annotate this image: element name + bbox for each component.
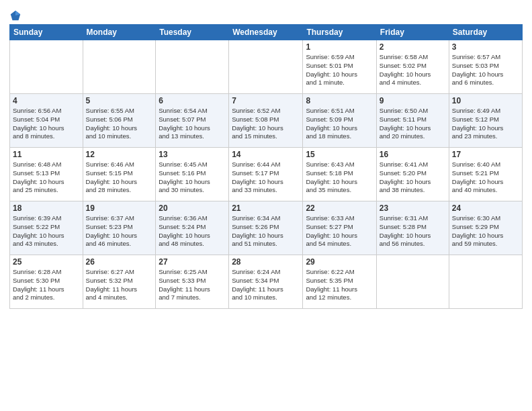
calendar-cell: 11Sunrise: 6:48 AM Sunset: 5:13 PM Dayli… bbox=[10, 148, 83, 201]
calendar-cell: 13Sunrise: 6:45 AM Sunset: 5:16 PM Dayli… bbox=[156, 148, 229, 201]
day-number: 26 bbox=[86, 257, 153, 267]
day-info: Sunrise: 6:30 AM Sunset: 5:29 PM Dayligh… bbox=[452, 214, 519, 248]
calendar-cell: 9Sunrise: 6:50 AM Sunset: 5:11 PM Daylig… bbox=[376, 94, 449, 148]
day-info: Sunrise: 6:50 AM Sunset: 5:11 PM Dayligh… bbox=[380, 107, 446, 141]
calendar-cell bbox=[449, 255, 522, 309]
weekday-header-row: SundayMondayTuesdayWednesdayThursdayFrid… bbox=[10, 25, 523, 40]
day-info: Sunrise: 6:31 AM Sunset: 5:28 PM Dayligh… bbox=[380, 214, 446, 248]
day-info: Sunrise: 6:57 AM Sunset: 5:03 PM Dayligh… bbox=[452, 53, 519, 87]
calendar-cell: 21Sunrise: 6:34 AM Sunset: 5:26 PM Dayli… bbox=[229, 201, 303, 255]
calendar-cell: 17Sunrise: 6:40 AM Sunset: 5:21 PM Dayli… bbox=[449, 148, 522, 201]
day-number: 3 bbox=[452, 42, 519, 52]
day-number: 14 bbox=[232, 150, 300, 159]
day-number: 4 bbox=[13, 96, 80, 105]
week-row-3: 11Sunrise: 6:48 AM Sunset: 5:13 PM Dayli… bbox=[10, 148, 523, 201]
calendar-cell: 23Sunrise: 6:31 AM Sunset: 5:28 PM Dayli… bbox=[376, 201, 449, 255]
calendar-cell: 6Sunrise: 6:54 AM Sunset: 5:07 PM Daylig… bbox=[156, 94, 229, 148]
calendar-cell bbox=[229, 40, 303, 94]
calendar-cell bbox=[10, 40, 83, 94]
day-number: 17 bbox=[452, 150, 519, 159]
calendar-cell: 26Sunrise: 6:27 AM Sunset: 5:32 PM Dayli… bbox=[83, 255, 156, 309]
day-number: 10 bbox=[452, 96, 519, 105]
day-info: Sunrise: 6:40 AM Sunset: 5:21 PM Dayligh… bbox=[452, 161, 519, 195]
calendar-cell: 16Sunrise: 6:41 AM Sunset: 5:20 PM Dayli… bbox=[376, 148, 449, 201]
day-info: Sunrise: 6:22 AM Sunset: 5:35 PM Dayligh… bbox=[306, 268, 373, 302]
day-number: 25 bbox=[13, 257, 80, 267]
day-info: Sunrise: 6:33 AM Sunset: 5:27 PM Dayligh… bbox=[306, 214, 373, 248]
weekday-header-monday: Monday bbox=[83, 25, 156, 40]
calendar-cell: 18Sunrise: 6:39 AM Sunset: 5:22 PM Dayli… bbox=[10, 201, 83, 255]
weekday-header-tuesday: Tuesday bbox=[156, 25, 229, 40]
day-number: 5 bbox=[86, 96, 153, 105]
calendar-cell bbox=[83, 40, 156, 94]
day-info: Sunrise: 6:51 AM Sunset: 5:09 PM Dayligh… bbox=[306, 107, 373, 141]
weekday-header-friday: Friday bbox=[376, 25, 449, 40]
day-number: 6 bbox=[159, 96, 226, 105]
day-number: 15 bbox=[306, 150, 373, 159]
calendar-cell: 1Sunrise: 6:59 AM Sunset: 5:01 PM Daylig… bbox=[303, 40, 376, 94]
calendar-cell: 4Sunrise: 6:56 AM Sunset: 5:04 PM Daylig… bbox=[10, 94, 83, 148]
calendar-cell: 10Sunrise: 6:49 AM Sunset: 5:12 PM Dayli… bbox=[449, 94, 522, 148]
day-info: Sunrise: 6:37 AM Sunset: 5:23 PM Dayligh… bbox=[86, 214, 153, 248]
day-info: Sunrise: 6:34 AM Sunset: 5:26 PM Dayligh… bbox=[232, 214, 300, 248]
calendar-cell: 19Sunrise: 6:37 AM Sunset: 5:23 PM Dayli… bbox=[83, 201, 156, 255]
day-info: Sunrise: 6:45 AM Sunset: 5:16 PM Dayligh… bbox=[159, 161, 226, 195]
page: SundayMondayTuesdayWednesdayThursdayFrid… bbox=[0, 0, 532, 313]
day-info: Sunrise: 6:43 AM Sunset: 5:18 PM Dayligh… bbox=[306, 161, 373, 195]
calendar-cell: 20Sunrise: 6:36 AM Sunset: 5:24 PM Dayli… bbox=[156, 201, 229, 255]
day-info: Sunrise: 6:54 AM Sunset: 5:07 PM Dayligh… bbox=[159, 107, 226, 141]
day-number: 13 bbox=[159, 150, 226, 159]
day-info: Sunrise: 6:27 AM Sunset: 5:32 PM Dayligh… bbox=[86, 268, 153, 302]
calendar-cell: 8Sunrise: 6:51 AM Sunset: 5:09 PM Daylig… bbox=[303, 94, 376, 148]
day-info: Sunrise: 6:36 AM Sunset: 5:24 PM Dayligh… bbox=[159, 214, 226, 248]
calendar-cell: 7Sunrise: 6:52 AM Sunset: 5:08 PM Daylig… bbox=[229, 94, 303, 148]
calendar-cell: 22Sunrise: 6:33 AM Sunset: 5:27 PM Dayli… bbox=[303, 201, 376, 255]
day-number: 12 bbox=[86, 150, 153, 159]
week-row-5: 25Sunrise: 6:28 AM Sunset: 5:30 PM Dayli… bbox=[10, 255, 523, 309]
day-number: 7 bbox=[232, 96, 300, 105]
day-number: 18 bbox=[13, 203, 80, 213]
day-number: 28 bbox=[232, 257, 300, 267]
day-info: Sunrise: 6:59 AM Sunset: 5:01 PM Dayligh… bbox=[306, 53, 373, 87]
day-info: Sunrise: 6:56 AM Sunset: 5:04 PM Dayligh… bbox=[13, 107, 80, 141]
calendar-cell: 27Sunrise: 6:25 AM Sunset: 5:33 PM Dayli… bbox=[156, 255, 229, 309]
calendar-cell: 3Sunrise: 6:57 AM Sunset: 5:03 PM Daylig… bbox=[449, 40, 522, 94]
header bbox=[9, 7, 523, 21]
logo-icon bbox=[9, 9, 21, 21]
day-info: Sunrise: 6:49 AM Sunset: 5:12 PM Dayligh… bbox=[452, 107, 519, 141]
calendar-cell: 15Sunrise: 6:43 AM Sunset: 5:18 PM Dayli… bbox=[303, 148, 376, 201]
day-info: Sunrise: 6:44 AM Sunset: 5:17 PM Dayligh… bbox=[232, 161, 300, 195]
day-number: 27 bbox=[159, 257, 226, 267]
calendar-cell: 14Sunrise: 6:44 AM Sunset: 5:17 PM Dayli… bbox=[229, 148, 303, 201]
day-info: Sunrise: 6:48 AM Sunset: 5:13 PM Dayligh… bbox=[13, 161, 80, 195]
day-info: Sunrise: 6:58 AM Sunset: 5:02 PM Dayligh… bbox=[380, 53, 446, 87]
calendar-cell bbox=[376, 255, 449, 309]
calendar-cell: 12Sunrise: 6:46 AM Sunset: 5:15 PM Dayli… bbox=[83, 148, 156, 201]
weekday-header-wednesday: Wednesday bbox=[229, 25, 303, 40]
calendar-cell: 28Sunrise: 6:24 AM Sunset: 5:34 PM Dayli… bbox=[229, 255, 303, 309]
day-info: Sunrise: 6:39 AM Sunset: 5:22 PM Dayligh… bbox=[13, 214, 80, 248]
day-info: Sunrise: 6:52 AM Sunset: 5:08 PM Dayligh… bbox=[232, 107, 300, 141]
day-number: 16 bbox=[380, 150, 446, 159]
weekday-header-thursday: Thursday bbox=[303, 25, 376, 40]
day-number: 21 bbox=[232, 203, 300, 213]
logo bbox=[9, 9, 23, 21]
day-info: Sunrise: 6:25 AM Sunset: 5:33 PM Dayligh… bbox=[159, 268, 226, 302]
day-number: 24 bbox=[452, 203, 519, 213]
calendar: SundayMondayTuesdayWednesdayThursdayFrid… bbox=[9, 24, 523, 309]
day-info: Sunrise: 6:41 AM Sunset: 5:20 PM Dayligh… bbox=[380, 161, 446, 195]
day-info: Sunrise: 6:55 AM Sunset: 5:06 PM Dayligh… bbox=[86, 107, 153, 141]
day-number: 29 bbox=[306, 257, 373, 267]
day-info: Sunrise: 6:28 AM Sunset: 5:30 PM Dayligh… bbox=[13, 268, 80, 302]
calendar-cell: 5Sunrise: 6:55 AM Sunset: 5:06 PM Daylig… bbox=[83, 94, 156, 148]
day-number: 23 bbox=[380, 203, 446, 213]
day-number: 19 bbox=[86, 203, 153, 213]
calendar-cell: 29Sunrise: 6:22 AM Sunset: 5:35 PM Dayli… bbox=[303, 255, 376, 309]
day-number: 11 bbox=[13, 150, 80, 159]
day-info: Sunrise: 6:24 AM Sunset: 5:34 PM Dayligh… bbox=[232, 268, 300, 302]
week-row-2: 4Sunrise: 6:56 AM Sunset: 5:04 PM Daylig… bbox=[10, 94, 523, 148]
day-number: 22 bbox=[306, 203, 373, 213]
calendar-cell: 25Sunrise: 6:28 AM Sunset: 5:30 PM Dayli… bbox=[10, 255, 83, 309]
day-number: 20 bbox=[159, 203, 226, 213]
calendar-cell bbox=[156, 40, 229, 94]
